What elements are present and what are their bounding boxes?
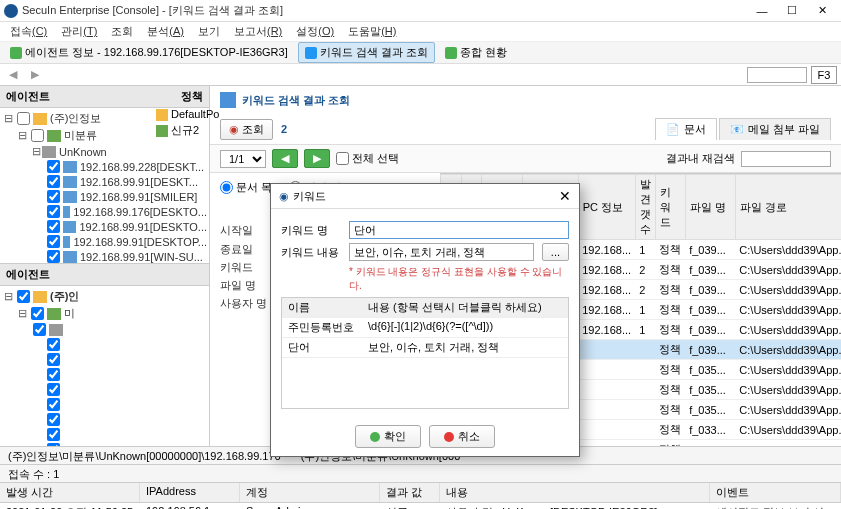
tree-root: (주)인정보 bbox=[50, 111, 101, 126]
log-panel[interactable]: 발생 시간IPAddress계정결과 값내용이벤트 2021-01-20 오전 … bbox=[0, 482, 841, 509]
col-header[interactable]: PC 정보 bbox=[578, 175, 635, 240]
tab-icon bbox=[10, 47, 22, 59]
log-header-col[interactable]: 이벤트 bbox=[710, 483, 841, 502]
kw-th-name: 이름 bbox=[282, 298, 362, 317]
menu-3[interactable]: 분석(A) bbox=[141, 22, 190, 41]
doc-icon: 📄 bbox=[666, 123, 680, 136]
filename-label: 파일 명 bbox=[220, 278, 270, 293]
menu-7[interactable]: 도움말(H) bbox=[342, 22, 402, 41]
agent-panel-header-2: 에이전트 bbox=[0, 264, 209, 286]
log-header-col[interactable]: 결과 값 bbox=[380, 483, 440, 502]
tab-documents[interactable]: 📄문서 bbox=[655, 118, 717, 140]
dialog-icon: ◉ bbox=[279, 190, 289, 203]
agent-panel-header: 에이전트 정책 bbox=[0, 86, 209, 108]
prev-page-button[interactable]: ◀ bbox=[272, 149, 298, 168]
close-button[interactable]: ✕ bbox=[807, 1, 837, 21]
tab-attachments[interactable]: 📧메일 첨부 파일 bbox=[719, 118, 831, 140]
log-header-col[interactable]: 계정 bbox=[240, 483, 380, 502]
keyword-row[interactable]: 주민등록번호\d{6}[-](1|2)\d{6}(?=([^\d])) bbox=[282, 318, 568, 338]
nav-fwd-icon[interactable]: ▶ bbox=[26, 66, 44, 84]
query-button[interactable]: ◉ 조회 bbox=[220, 119, 273, 140]
cancel-icon bbox=[444, 432, 454, 442]
dialog-title: 키워드 bbox=[293, 189, 326, 204]
tree-node[interactable]: 192.168.99.91[DESKTO... bbox=[79, 221, 207, 233]
app-icon bbox=[4, 4, 18, 18]
left-panel: 에이전트 정책 ⊟(주)인정보⊟미분류⊟UnKnown192.168.99.22… bbox=[0, 86, 210, 446]
menu-5[interactable]: 보고서(R) bbox=[228, 22, 288, 41]
col-header[interactable]: 발견 갯수 bbox=[635, 175, 655, 240]
menu-1[interactable]: 관리(T) bbox=[55, 22, 103, 41]
menu-4[interactable]: 보기 bbox=[192, 22, 226, 41]
keyword-content-input[interactable] bbox=[349, 243, 534, 261]
f3-button[interactable]: F3 bbox=[811, 66, 837, 84]
tab-toolbar: 에이전트 정보 - 192.168.99.176[DESKTOP-IE36GR3… bbox=[0, 42, 841, 64]
rescan-input[interactable] bbox=[741, 151, 831, 167]
tree-node[interactable]: 192.168.99.91[DESKT... bbox=[80, 176, 198, 188]
page-title-bar: 키워드 검색 결과 조회 bbox=[210, 86, 841, 114]
titlebar: SecuIn Enterprise [Console] - [키워드 검색 결과… bbox=[0, 0, 841, 22]
connection-count: 접속 수 : 1 bbox=[8, 467, 59, 480]
keyword-name-input[interactable] bbox=[349, 221, 569, 239]
agent-tree-2[interactable]: ⊟(주)인⊟미 bbox=[0, 286, 209, 446]
menu-6[interactable]: 설정(O) bbox=[290, 22, 340, 41]
log-header: 발생 시간IPAddress계정결과 값내용이벤트 bbox=[0, 483, 841, 503]
keyword-content-more-button[interactable]: ... bbox=[542, 243, 569, 261]
policy-header-label: 정책 bbox=[181, 89, 203, 104]
ok-button[interactable]: 확인 bbox=[355, 425, 421, 448]
agent-tree[interactable]: ⊟(주)인정보⊟미분류⊟UnKnown192.168.99.228[DESKT.… bbox=[0, 108, 209, 263]
keyword-name-label: 키워드 명 bbox=[281, 223, 341, 238]
menu-2[interactable]: 조회 bbox=[105, 22, 139, 41]
status-path-1: (주)인정보\미분류\UnKnown[00000000]\192.168.99.… bbox=[8, 449, 281, 462]
cancel-button[interactable]: 취소 bbox=[429, 425, 495, 448]
tree-node[interactable]: 192.168.99.91[WIN-SU... bbox=[80, 251, 203, 263]
tree-node[interactable]: 192.168.99.176[DESKTO... bbox=[73, 206, 207, 218]
keyword-row[interactable]: 단어보안, 이슈, 토치 거래, 정책 bbox=[282, 338, 568, 358]
menu-0[interactable]: 접속(C) bbox=[4, 22, 53, 41]
nav-back-icon[interactable]: ◀ bbox=[4, 66, 22, 84]
log-header-col[interactable]: 내용 bbox=[440, 483, 710, 502]
date-to-label: 종료일 bbox=[220, 242, 270, 257]
nav-toolbar: ◀ ▶ F3 bbox=[0, 64, 841, 86]
log-header-col[interactable]: 발생 시간 bbox=[0, 483, 140, 502]
next-page-button[interactable]: ▶ bbox=[304, 149, 330, 168]
minimize-button[interactable]: — bbox=[747, 1, 777, 21]
dialog-titlebar: ◉ 키워드 ✕ bbox=[271, 184, 579, 209]
keyword-label: 키워드 bbox=[220, 260, 270, 275]
dialog-close-button[interactable]: ✕ bbox=[559, 188, 571, 204]
toolbar-tab-1[interactable]: 키워드 검색 결과 조회 bbox=[298, 42, 435, 63]
select-all-checkbox[interactable]: 전체 선택 bbox=[336, 151, 399, 166]
tree-node[interactable]: 192.168.99.91[DESKTOP... bbox=[73, 236, 207, 248]
col-header[interactable]: 키워드 bbox=[655, 175, 685, 240]
agent-header-label-2: 에이전트 bbox=[6, 267, 50, 282]
maximize-button[interactable]: ☐ bbox=[777, 1, 807, 21]
keyword-dialog: ◉ 키워드 ✕ 키워드 명 키워드 내용 ... * 키워드 내용은 정규식 표… bbox=[270, 183, 580, 457]
col-header[interactable]: 파일 명 bbox=[685, 175, 735, 240]
username-label: 사용자 명 bbox=[220, 296, 270, 311]
agent-header-label: 에이전트 bbox=[6, 89, 50, 104]
col-header[interactable]: 파일 경로 bbox=[735, 175, 841, 240]
page-select[interactable]: 1/1 bbox=[220, 150, 266, 168]
keyword-list-table[interactable]: 이름 내용 (항목 선택시 더블클릭 하세요) 주민등록번호\d{6}[-](1… bbox=[281, 297, 569, 409]
toolbar-tab-0[interactable]: 에이전트 정보 - 192.168.99.176[DESKTOP-IE36GR3… bbox=[4, 43, 294, 62]
tree-node[interactable]: 192.168.99.228[DESKT... bbox=[80, 161, 204, 173]
tab-icon bbox=[305, 47, 317, 59]
log-header-col[interactable]: IPAddress bbox=[140, 483, 240, 502]
regex-note: * 키워드 내용은 정규식 표현을 사용할 수 있습니다. bbox=[349, 265, 569, 293]
page-title: 키워드 검색 결과 조회 bbox=[242, 93, 350, 108]
menubar: 접속(C)관리(T)조회분석(A)보기보고서(R)설정(O)도움말(H) bbox=[0, 22, 841, 42]
tree-node[interactable]: 192.168.99.91[SMILER] bbox=[80, 191, 197, 203]
log-row[interactable]: 2021-01-20 오전 11:56:25192.168.56.1SuperA… bbox=[0, 503, 841, 509]
toolbar-tab-2[interactable]: 종합 현황 bbox=[439, 43, 513, 62]
tab-icon bbox=[445, 47, 457, 59]
result-count-badge: 2 bbox=[281, 123, 287, 135]
status-bar-2: 접속 수 : 1 bbox=[0, 464, 841, 482]
ok-icon bbox=[370, 432, 380, 442]
keyword-content-label: 키워드 내용 bbox=[281, 245, 341, 260]
page-icon bbox=[220, 92, 236, 108]
date-from-label: 시작일 bbox=[220, 223, 270, 238]
kw-th-content: 내용 (항목 선택시 더블클릭 하세요) bbox=[362, 298, 568, 317]
find-input[interactable] bbox=[747, 67, 807, 83]
window-title: SecuIn Enterprise [Console] - [키워드 검색 결과… bbox=[22, 3, 747, 18]
rescan-label: 결과내 재검색 bbox=[666, 151, 735, 166]
mail-icon: 📧 bbox=[730, 123, 744, 136]
